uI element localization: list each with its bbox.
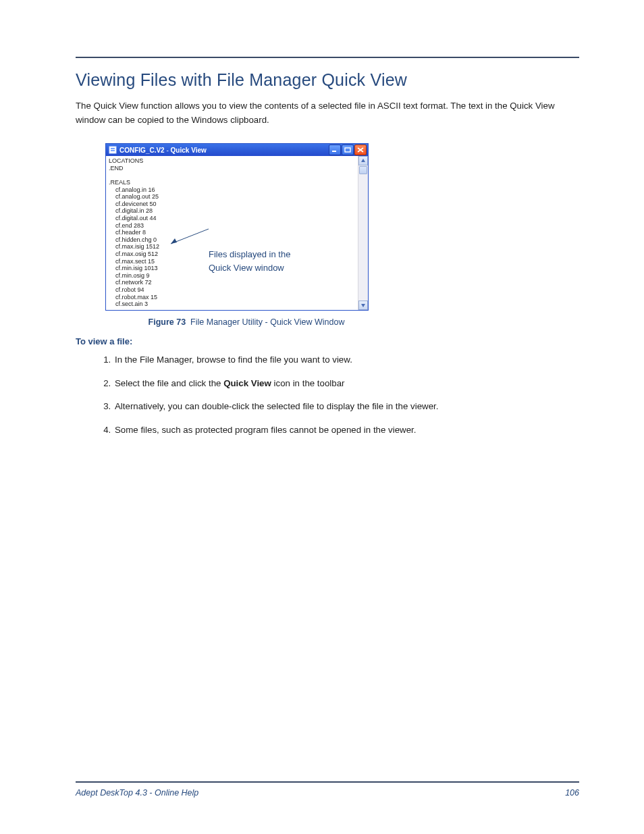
file-line: cf.digital.in 28 — [115, 207, 357, 215]
step-bold: Quick View — [223, 378, 271, 388]
svg-rect-4 — [345, 148, 350, 152]
file-line: cf.hidden.chg 0 — [115, 236, 357, 244]
minimize-button[interactable] — [329, 145, 341, 155]
scroll-up-button[interactable] — [358, 156, 368, 165]
step-item: In the File Manager, browse to find the … — [113, 353, 579, 367]
file-line: cf.robot 94 — [115, 286, 357, 294]
steps-heading: To view a file: — [76, 336, 579, 346]
file-line: cf.devicenet 50 — [115, 201, 357, 208]
figure-wrapper: CONFIG_C.V2 - Quick View LOCATIONS. — [105, 143, 579, 327]
scroll-down-button[interactable] — [358, 301, 368, 310]
close-button[interactable] — [354, 145, 367, 155]
svg-marker-8 — [361, 304, 365, 307]
page-title: Viewing Files with File Manager Quick Vi… — [76, 70, 579, 90]
file-line: cf.robot.max 15 — [115, 294, 357, 301]
file-line: cf.network 72 — [115, 279, 357, 286]
window-title: CONFIG_C.V2 - Quick View — [119, 147, 207, 154]
file-content: LOCATIONS.END .REALScf.analog.in 16cf.an… — [109, 157, 357, 309]
steps-list: In the File Manager, browse to find the … — [113, 353, 579, 437]
footer: Adept DeskTop 4.3 - Online Help 106 — [76, 781, 579, 798]
step-item: Some files, such as protected program fi… — [113, 423, 579, 438]
svg-rect-1 — [111, 148, 115, 149]
file-line: cf.sect.aout 4 — [115, 308, 357, 309]
quick-view-window: CONFIG_C.V2 - Quick View LOCATIONS. — [105, 143, 369, 311]
svg-marker-7 — [361, 159, 365, 162]
svg-rect-2 — [111, 150, 115, 151]
file-line — [109, 172, 357, 179]
file-line: cf.analog.out 25 — [115, 193, 357, 201]
file-line: cf.end 283 — [115, 222, 357, 230]
window-body: LOCATIONS.END .REALScf.analog.in 16cf.an… — [106, 156, 368, 310]
svg-line-5 — [171, 229, 209, 244]
file-line: .END — [109, 165, 357, 172]
scrollbar[interactable] — [358, 156, 368, 310]
svg-rect-3 — [332, 151, 336, 152]
footer-left: Adept DeskTop 4.3 - Online Help — [76, 788, 198, 798]
file-line: LOCATIONS — [109, 157, 357, 165]
file-line: cf.sect.ain 3 — [115, 301, 357, 308]
maximize-button[interactable] — [342, 145, 354, 155]
file-line: cf.header 8 — [115, 229, 357, 236]
titlebar: CONFIG_C.V2 - Quick View — [106, 144, 368, 156]
file-line: cf.analog.in 16 — [115, 186, 357, 194]
file-line: .REALS — [109, 179, 357, 186]
top-rule — [76, 57, 579, 58]
step-item: Alternatively, you can double-click the … — [113, 400, 579, 414]
app-icon — [109, 146, 117, 154]
callout-text: Files displayed in the Quick View window — [209, 248, 296, 274]
intro-paragraph: The Quick View function allows you to vi… — [76, 99, 579, 127]
footer-page: 106 — [565, 788, 579, 798]
scroll-thumb[interactable] — [359, 166, 367, 174]
svg-marker-6 — [171, 238, 177, 244]
figure-caption: Figure 73 File Manager Utility - Quick V… — [101, 317, 392, 327]
step-item: Select the file and click the Quick View… — [113, 377, 579, 391]
file-line: cf.digital.out 44 — [115, 215, 357, 222]
callout-arrow — [167, 228, 210, 246]
